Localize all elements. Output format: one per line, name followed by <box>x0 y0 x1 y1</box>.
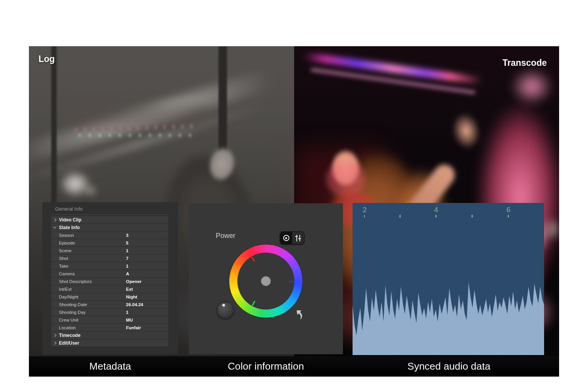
field-label: Take <box>59 264 68 268</box>
field-value: Night <box>126 293 137 301</box>
metadata-group-row[interactable]: Edit/User <box>51 339 168 347</box>
log-label: Log <box>39 54 55 64</box>
sliders-icon <box>295 235 301 241</box>
metadata-field-row[interactable]: Int/ExtExt <box>51 285 168 293</box>
field-value: 1 <box>126 262 128 270</box>
metadata-field-row[interactable]: Episode5 <box>51 239 168 247</box>
metadata-field-row[interactable]: Scene1 <box>51 247 168 255</box>
metadata-field-row[interactable]: Crew UnitMU <box>51 316 168 324</box>
audio-waveform <box>353 203 544 355</box>
metadata-group-row[interactable]: Video Clip <box>51 216 168 224</box>
field-value: 1 <box>126 308 128 316</box>
field-value: Funfair <box>126 324 141 332</box>
metadata-field-row[interactable]: Day/NightNight <box>51 293 168 301</box>
field-value: 5 <box>126 239 128 247</box>
caption-color: Color information <box>228 356 304 377</box>
field-label: Day/Night <box>59 295 79 299</box>
field-value: 1 <box>126 247 128 255</box>
caption-audio: Synced audio data <box>407 356 490 377</box>
knob-indicator <box>222 304 225 307</box>
field-value: 3 <box>126 231 128 239</box>
field-value: Opener <box>126 278 141 285</box>
power-title: Power <box>216 232 235 240</box>
field-label: Shot <box>59 256 68 261</box>
group-label: Slate Info <box>59 225 80 230</box>
video-frame: Log Transcode General Info Video ClipSla… <box>29 46 559 377</box>
field-label: Location <box>59 325 76 330</box>
wheel-mode-button[interactable] <box>280 232 292 244</box>
metadata-field-row[interactable]: CameraA <box>51 270 168 278</box>
field-value: A <box>126 270 129 278</box>
color-balance-handle[interactable] <box>261 276 271 286</box>
field-label: Camera <box>59 271 75 276</box>
caption-metadata: Metadata <box>89 356 131 377</box>
chevron-right-icon <box>53 218 56 221</box>
woman-right-cheek-glow <box>326 162 365 196</box>
group-label: Edit/User <box>59 340 79 346</box>
audio-panel: 246 <box>353 203 544 355</box>
carousel-light <box>503 62 559 112</box>
metadata-header: General Info <box>55 206 83 212</box>
metadata-rows: Video ClipSlate InfoSeason3Episode5Scene… <box>51 216 168 347</box>
field-value: MU <box>126 316 133 324</box>
color-wheel-icon <box>283 235 289 241</box>
transcode-label: Transcode <box>502 58 547 68</box>
field-label: Shooting Day <box>59 310 86 315</box>
metadata-field-row[interactable]: Shooting Day1 <box>51 308 168 316</box>
chevron-right-icon <box>53 334 56 337</box>
power-color-wheel[interactable] <box>229 245 302 318</box>
chevron-down-icon <box>53 225 56 228</box>
metadata-group-row[interactable]: Timecode <box>51 332 168 339</box>
master-wheel-knob[interactable] <box>217 302 234 318</box>
waveform-path <box>353 282 544 355</box>
field-label: Shot Descriptors <box>59 279 92 284</box>
chevron-right-icon <box>53 342 56 345</box>
group-label: Timecode <box>59 333 81 338</box>
color-panel: Power <box>189 203 343 354</box>
field-value: Ext <box>126 285 133 293</box>
metadata-field-row[interactable]: LocationFunfair <box>51 324 168 332</box>
group-label: Video Clip <box>59 217 81 223</box>
sliders-mode-button[interactable] <box>292 232 304 244</box>
wheel-mode-toggle[interactable] <box>280 231 304 245</box>
metadata-panel: General Info Video ClipSlate InfoSeason3… <box>42 202 178 354</box>
metadata-field-row[interactable]: Season3 <box>51 231 168 239</box>
field-label: Season <box>59 233 74 238</box>
field-label: Scene <box>59 248 72 253</box>
metadata-field-row[interactable]: Take1 <box>51 262 168 270</box>
wheel-tick <box>289 281 294 282</box>
metadata-field-row[interactable]: Shot DescriptorsOpener <box>51 278 168 285</box>
field-label: Crew Unit <box>59 318 78 322</box>
field-value: 26.04.24 <box>126 301 143 308</box>
field-label: Int/Ext <box>59 287 72 291</box>
field-label: Episode <box>59 241 75 245</box>
field-label: Shooting Date <box>59 302 87 307</box>
metadata-field-row[interactable]: Shooting Date26.04.24 <box>51 301 168 308</box>
metadata-field-row[interactable]: Shot7 <box>51 255 168 262</box>
field-value: 7 <box>126 255 128 262</box>
metadata-group-row[interactable]: Slate Info <box>51 224 168 231</box>
metadata-divider <box>51 214 168 215</box>
caption-strip: Metadata Color information Synced audio … <box>29 356 559 377</box>
